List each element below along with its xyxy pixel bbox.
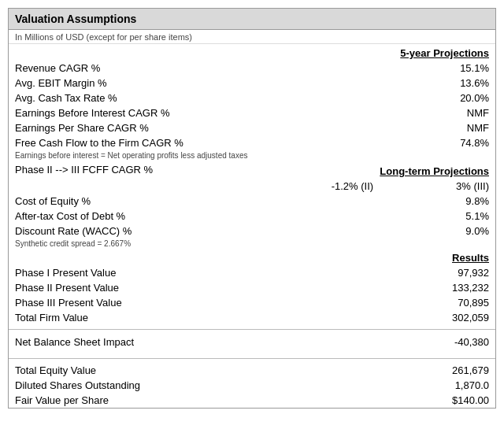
row-value: 133,232 xyxy=(325,280,495,295)
table-row: Diluted Shares Outstanding1,870.0 xyxy=(9,378,495,393)
row-value: 261,679 xyxy=(325,363,495,378)
table-row: Revenue CAGR %15.1% xyxy=(9,61,495,76)
row-value: 20.0% xyxy=(325,91,495,105)
row-label: Phase III Present Value xyxy=(9,295,325,310)
row-value: 70,895 xyxy=(325,295,495,310)
row-label: Revenue CAGR % xyxy=(9,61,325,76)
row-label: Cost of Equity % xyxy=(9,194,325,209)
row-label: Total Firm Value xyxy=(9,310,325,325)
row-label: After-tax Cost of Debt % xyxy=(9,209,325,224)
row-value: 74.8% xyxy=(325,135,495,150)
table-row: Phase II Present Value133,232 xyxy=(9,280,495,295)
row-label: Diluted Shares Outstanding xyxy=(9,378,325,393)
table-row: Free Cash Flow to the Firm CAGR %74.8% xyxy=(9,135,495,150)
section-header-lt: Phase II --> III FCFF CAGR % Long-term P… xyxy=(9,161,495,179)
fcff-values-row: -1.2% (II) 3% (III) xyxy=(9,179,495,194)
table-row: Phase I Present Value97,932 xyxy=(9,265,495,280)
row-value: 13.6% xyxy=(325,76,495,91)
row-value: NMF xyxy=(325,120,495,135)
table-row: Total Equity Value261,679 xyxy=(9,363,495,378)
row-label: Phase II Present Value xyxy=(9,280,325,295)
note-ebit-row: Earnings before interest = Net operating… xyxy=(9,150,495,161)
row-label: Fair Value per Share xyxy=(9,393,325,408)
row-label: Total Equity Value xyxy=(9,363,325,378)
table-row: Cost of Equity %9.8% xyxy=(9,194,495,209)
table-row: Avg. EBIT Margin %13.6% xyxy=(9,76,495,91)
table-row: Fair Value per Share$140.00 xyxy=(9,393,495,408)
net-balance-row: Net Balance Sheet Impact -40,380 xyxy=(9,335,495,349)
table-row: Earnings Per Share CAGR %NMF xyxy=(9,120,495,135)
row-label: Phase I Present Value xyxy=(9,265,325,280)
valuation-table: Valuation Assumptions In Millions of USD… xyxy=(8,8,496,409)
row-value: NMF xyxy=(325,105,495,120)
subtitle: In Millions of USD (except for per share… xyxy=(9,30,495,44)
row-value: 97,932 xyxy=(325,265,495,280)
row-label: Free Cash Flow to the Firm CAGR % xyxy=(9,135,325,150)
table-row: Phase III Present Value70,895 xyxy=(9,295,495,310)
row-label: Avg. Cash Tax Rate % xyxy=(9,91,325,105)
section-header-5yr: 5-year Projections xyxy=(9,44,495,61)
note-wacc-row: Synthetic credit spread = 2.667% xyxy=(9,238,495,249)
fcff-label: Phase II --> III FCFF CAGR % xyxy=(9,161,325,179)
row-value: 302,059 xyxy=(325,310,495,325)
table-row: Avg. Cash Tax Rate %20.0% xyxy=(9,91,495,105)
row-label: Discount Rate (WACC) % xyxy=(9,224,325,238)
fcff-two-values: -1.2% (II) 3% (III) xyxy=(332,180,489,192)
section-header-results: Results xyxy=(9,249,495,265)
table-row: Total Firm Value302,059 xyxy=(9,310,495,325)
row-label: Earnings Before Interest CAGR % xyxy=(9,105,325,120)
row-value: 15.1% xyxy=(325,61,495,76)
table-row: After-tax Cost of Debt %5.1% xyxy=(9,209,495,224)
row-value: 1,870.0 xyxy=(325,378,495,393)
row-value: 9.8% xyxy=(325,194,495,209)
row-label: Earnings Per Share CAGR % xyxy=(9,120,325,135)
row-value: 9.0% xyxy=(325,224,495,238)
table-row: Earnings Before Interest CAGR %NMF xyxy=(9,105,495,120)
row-label: Avg. EBIT Margin % xyxy=(9,76,325,91)
table-row: Discount Rate (WACC) %9.0% xyxy=(9,224,495,238)
row-value: $140.00 xyxy=(325,393,495,408)
row-value: 5.1% xyxy=(325,209,495,224)
table-title: Valuation Assumptions xyxy=(9,9,495,30)
